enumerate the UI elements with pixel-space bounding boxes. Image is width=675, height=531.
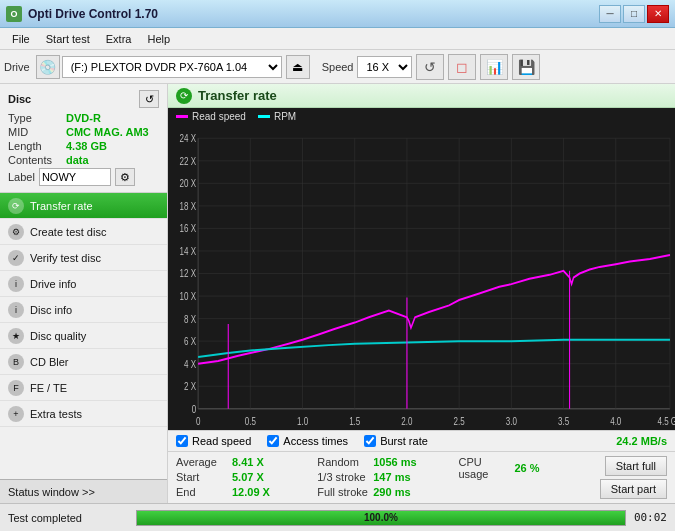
checkbox-read-speed[interactable]: Read speed: [176, 435, 251, 447]
nav-label-verify-test-disc: Verify test disc: [30, 252, 101, 264]
title-bar: O Opti Drive Control 1.70 ─ □ ✕: [0, 0, 675, 28]
stats-col-right: CPU usage 26 %: [459, 456, 600, 499]
close-button[interactable]: ✕: [647, 5, 669, 23]
nav-label-fe-te: FE / TE: [30, 382, 67, 394]
eraser-button[interactable]: ◻: [448, 54, 476, 80]
stats-row-full-stroke: Full stroke 290 ms: [317, 486, 458, 498]
chart-container: 24 X 22 X 20 X 18 X 16 X 14 X 12 X 10 X …: [168, 125, 675, 430]
menu-file[interactable]: File: [4, 31, 38, 47]
svg-text:3.0: 3.0: [506, 415, 517, 427]
stats-one-third-value: 147 ms: [373, 471, 425, 483]
nav-icon-fe-te: F: [8, 380, 24, 396]
svg-text:22 X: 22 X: [180, 155, 197, 167]
nav-icon-drive-info: i: [8, 276, 24, 292]
stats-start-value: 5.07 X: [232, 471, 284, 483]
nav-icon-extra-tests: +: [8, 406, 24, 422]
nav-label-create-test-disc: Create test disc: [30, 226, 106, 238]
svg-text:2.0: 2.0: [401, 415, 412, 427]
stats-cpu-value: 26 %: [515, 462, 567, 474]
disc-type-row: Type DVD-R: [8, 112, 159, 124]
nav-item-disc-info[interactable]: i Disc info: [0, 297, 167, 323]
svg-text:2 X: 2 X: [184, 380, 197, 392]
disc-label-input[interactable]: [39, 168, 111, 186]
legend-label-read-speed: Read speed: [192, 111, 246, 122]
save-button[interactable]: 💾: [512, 54, 540, 80]
legend-color-rpm: [258, 115, 270, 118]
svg-text:1.5: 1.5: [349, 415, 360, 427]
nav-item-drive-info[interactable]: i Drive info: [0, 271, 167, 297]
start-full-button[interactable]: Start full: [605, 456, 667, 476]
nav-icon-create-test-disc: ⚙: [8, 224, 24, 240]
menu-extra[interactable]: Extra: [98, 31, 140, 47]
stats-row-one-third: 1/3 stroke 147 ms: [317, 471, 458, 483]
nav-label-disc-info: Disc info: [30, 304, 72, 316]
checkboxes-row: Read speed Access times Burst rate 24.2 …: [168, 430, 675, 452]
minimize-button[interactable]: ─: [599, 5, 621, 23]
start-part-button[interactable]: Start part: [600, 479, 667, 499]
stats-full-stroke-label: Full stroke: [317, 486, 369, 498]
stats-average-value: 8.41 X: [232, 456, 284, 468]
stats-col-left: Average 8.41 X Start 5.07 X End 12.09 X: [176, 456, 317, 499]
svg-rect-0: [168, 125, 675, 430]
stats-average-label: Average: [176, 456, 228, 468]
nav-label-cd-bler: CD Bler: [30, 356, 69, 368]
disc-refresh-button[interactable]: ↺: [139, 90, 159, 108]
nav-label-drive-info: Drive info: [30, 278, 76, 290]
nav-item-cd-bler[interactable]: B CD Bler: [0, 349, 167, 375]
checkbox-burst-rate-input[interactable]: [364, 435, 376, 447]
menu-help[interactable]: Help: [139, 31, 178, 47]
nav-icon-cd-bler: B: [8, 354, 24, 370]
checkbox-burst-rate[interactable]: Burst rate: [364, 435, 428, 447]
svg-text:10 X: 10 X: [180, 290, 197, 302]
svg-text:1.0: 1.0: [297, 415, 308, 427]
checkbox-access-times-input[interactable]: [267, 435, 279, 447]
export-button[interactable]: 📊: [480, 54, 508, 80]
disc-contents-row: Contents data: [8, 154, 159, 166]
bottom-bar: Test completed 100.0% 00:02: [0, 503, 675, 531]
status-window-label: Status window >>: [8, 486, 95, 498]
svg-text:8 X: 8 X: [184, 312, 197, 324]
stats-full-stroke-value: 290 ms: [373, 486, 425, 498]
speed-dropdown[interactable]: 16 X: [357, 56, 412, 78]
checkbox-read-speed-label: Read speed: [192, 435, 251, 447]
status-window-button[interactable]: Status window >>: [0, 479, 167, 503]
maximize-button[interactable]: □: [623, 5, 645, 23]
app-title: Opti Drive Control 1.70: [28, 7, 158, 21]
nav-item-create-test-disc[interactable]: ⚙ Create test disc: [0, 219, 167, 245]
nav-item-verify-test-disc[interactable]: ✓ Verify test disc: [0, 245, 167, 271]
nav-icon-transfer-rate: ⟳: [8, 198, 24, 214]
disc-contents-label: Contents: [8, 154, 66, 166]
toolbar: Drive 💿 (F:) PLEXTOR DVDR PX-760A 1.04 ⏏…: [0, 50, 675, 84]
stats-one-third-label: 1/3 stroke: [317, 471, 369, 483]
checkbox-access-times[interactable]: Access times: [267, 435, 348, 447]
stats-actions: Start full Start part: [600, 456, 667, 499]
disc-mid-label: MID: [8, 126, 66, 138]
svg-text:14 X: 14 X: [180, 245, 197, 257]
stats-row-average: Average 8.41 X: [176, 456, 317, 468]
legend-rpm: RPM: [258, 111, 296, 122]
nav-item-extra-tests[interactable]: + Extra tests: [0, 401, 167, 427]
eject-button[interactable]: ⏏: [286, 55, 310, 79]
nav-item-disc-quality[interactable]: ★ Disc quality: [0, 323, 167, 349]
svg-text:3.5: 3.5: [558, 415, 569, 427]
chart-header: ⟳ Transfer rate: [168, 84, 675, 108]
disc-type-value: DVD-R: [66, 112, 101, 124]
disc-contents-value: data: [66, 154, 89, 166]
disc-label-settings-button[interactable]: ⚙: [115, 168, 135, 186]
checkbox-read-speed-input[interactable]: [176, 435, 188, 447]
svg-text:4.0: 4.0: [610, 415, 621, 427]
stats-start-label: Start: [176, 471, 228, 483]
nav-label-transfer-rate: Transfer rate: [30, 200, 93, 212]
nav-item-fe-te[interactable]: F FE / TE: [0, 375, 167, 401]
stats-cpu-label: CPU usage: [459, 456, 511, 480]
stats-random-label: Random: [317, 456, 369, 468]
app-icon: O: [6, 6, 22, 22]
chart-legend: Read speed RPM: [168, 108, 675, 125]
nav-icon-verify-test-disc: ✓: [8, 250, 24, 266]
drive-dropdown[interactable]: (F:) PLEXTOR DVDR PX-760A 1.04: [62, 56, 282, 78]
refresh-button[interactable]: ↺: [416, 54, 444, 80]
menu-start-test[interactable]: Start test: [38, 31, 98, 47]
legend-read-speed: Read speed: [176, 111, 246, 122]
progress-bar: 100.0%: [136, 510, 626, 526]
nav-item-transfer-rate[interactable]: ⟳ Transfer rate: [0, 193, 167, 219]
